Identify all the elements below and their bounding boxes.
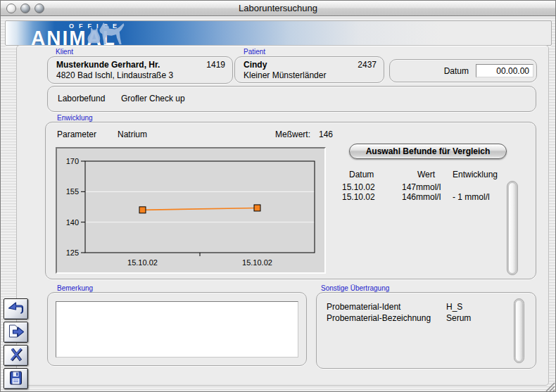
brand-header: OFFICE ANIMAL <box>5 20 552 46</box>
titlebar: Laboruntersuchung <box>1 1 555 16</box>
chart-plot-border <box>85 161 315 253</box>
transfer-scrollbar-thumb[interactable] <box>515 300 523 362</box>
findings-cell-datum: 15.10.02 <box>341 192 402 202</box>
findings-col-header: Wert <box>402 170 453 179</box>
delete-x-icon <box>6 347 25 362</box>
client-address: 4820 Bad Ischl, Lindaustraße 3 <box>56 70 173 80</box>
client-label: Klient <box>56 48 73 56</box>
app-window: Laboruntersuchung OFFICE ANIMAL Klient M… <box>0 0 556 392</box>
window-zoom-button[interactable] <box>34 4 44 13</box>
window-body: OFFICE ANIMAL Klient Musterkunde Gerhard… <box>1 16 556 392</box>
parameter-label: Parameter <box>57 129 96 139</box>
findings-table: DatumWertEntwicklung 15.10.02147mmol/l15… <box>341 170 508 202</box>
date-input[interactable] <box>476 64 533 77</box>
date-label: Datum <box>444 66 469 76</box>
transfer-value: H_S <box>446 301 517 312</box>
findings-table-body: 15.10.02147mmol/l15.10.02146mmol/l- 1 mm… <box>341 182 508 202</box>
lab-finding-value: Grofler Check up <box>121 94 185 111</box>
parameter-value: Natrium <box>118 129 147 139</box>
save-button[interactable] <box>4 368 28 389</box>
patient-breed: Kleiner Münsterländer <box>244 70 326 80</box>
development-label: Enwicklung <box>57 114 93 122</box>
findings-cell-wert: 147mmol/l <box>402 182 453 192</box>
findings-scrollbar[interactable] <box>507 181 518 275</box>
chart-canvas: 12514015517015.10.0215.10.02 <box>57 148 324 272</box>
next-document-icon <box>6 324 25 339</box>
chart-x-tick-label: 15.10.02 <box>127 258 158 267</box>
transfer-list: Probematerial-IdentH_SProbematerial-Beze… <box>327 301 517 324</box>
development-chart: 12514015517015.10.0215.10.02 <box>56 147 326 274</box>
findings-cell-entwicklung: - 1 mmol/l <box>453 192 508 202</box>
delete-button[interactable] <box>4 345 28 366</box>
date-box: Datum <box>389 59 537 82</box>
findings-scrollbar-thumb[interactable] <box>508 182 517 274</box>
dog-cat-silhouette-icon <box>84 22 125 46</box>
client-number: 1419 <box>206 60 225 70</box>
findings-cell-entwicklung <box>453 182 508 192</box>
patient-name: Cindy <box>244 60 267 70</box>
chart-y-tick-label: 140 <box>66 218 79 227</box>
findings-table-header: DatumWertEntwicklung <box>341 170 508 179</box>
transfer-key: Probematerial-Bezeichnung <box>327 312 446 324</box>
window-minimize-button[interactable] <box>20 4 30 13</box>
remark-label: Bemerkung <box>57 284 93 292</box>
findings-row[interactable]: 15.10.02147mmol/l <box>341 182 508 192</box>
client-name: Musterkunde Gerhard, Hr. <box>56 60 160 70</box>
chart-y-tick-label: 125 <box>66 248 79 257</box>
resize-grip[interactable] <box>543 380 555 392</box>
next-record-button[interactable] <box>4 322 28 343</box>
client-box: Musterkunde Gerhard, Hr. 4820 Bad Ischl,… <box>47 56 233 84</box>
chart-data-point <box>139 207 146 213</box>
select-findings-button[interactable]: Auswahl Befunde für Vergleich <box>349 144 507 159</box>
findings-col-header: Datum <box>341 170 402 179</box>
lab-finding-box: Laborbefund Grofler Check up <box>47 86 536 112</box>
findings-row[interactable]: 15.10.02146mmol/l- 1 mmol/l <box>341 192 508 202</box>
back-button[interactable] <box>4 298 28 320</box>
findings-cell-wert: 146mmol/l <box>402 192 453 202</box>
patient-label: Patient <box>244 48 265 56</box>
remark-box <box>47 292 307 366</box>
chart-data-point <box>254 205 260 211</box>
patient-number: 2437 <box>358 60 377 70</box>
findings-cell-datum: 15.10.02 <box>341 182 402 192</box>
back-arrow-icon <box>6 301 25 316</box>
measure-value: 146 <box>319 129 333 139</box>
transfer-box: Probematerial-IdentH_SProbematerial-Beze… <box>316 292 536 369</box>
findings-col-header: Entwicklung <box>453 170 508 179</box>
remark-input[interactable] <box>56 301 298 358</box>
window-title: Laboruntersuchung <box>1 1 555 15</box>
chart-series-line <box>143 208 258 210</box>
patient-box: Cindy Kleiner Münsterländer 2437 <box>234 56 384 83</box>
transfer-scrollbar[interactable] <box>514 298 524 363</box>
chart-y-tick-label: 155 <box>66 187 79 196</box>
measure-label: Meßwert: <box>275 129 310 139</box>
window-close-button[interactable] <box>6 4 16 13</box>
chart-y-tick-label: 170 <box>66 157 79 165</box>
chart-x-tick-label: 15.10.02 <box>242 258 272 267</box>
transfer-label: Sonstige Übertragung <box>321 284 389 292</box>
transfer-row: Probematerial-BezeichnungSerum <box>327 312 517 324</box>
transfer-value: Serum <box>446 312 517 324</box>
save-floppy-icon <box>6 370 25 386</box>
transfer-key: Probematerial-Ident <box>327 301 446 312</box>
transfer-row: Probematerial-IdentH_S <box>327 301 517 312</box>
lab-finding-label: Laborbefund <box>58 94 121 111</box>
